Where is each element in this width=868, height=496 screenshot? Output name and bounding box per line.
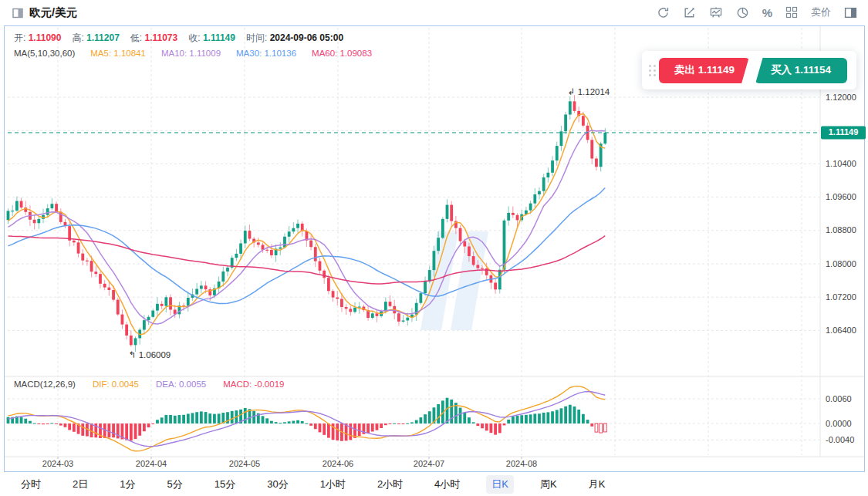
percent-icon[interactable]: % — [762, 6, 772, 19]
timeframe-tab-日K[interactable]: 日K — [486, 475, 514, 494]
low-label: 低: — [130, 32, 142, 43]
timeframe-tab-1小时[interactable]: 1小时 — [315, 475, 351, 494]
dea-value: DEA: 0.0055 — [156, 380, 206, 389]
high-value: 1.11207 — [86, 32, 120, 43]
timeframe-tab-周K[interactable]: 周K — [535, 475, 562, 494]
time-value: 2024-09-06 05:00 — [270, 32, 343, 43]
open-label: 开: — [14, 32, 25, 43]
macd-indicator-bar: MACD(12,26,9) DIF: 0.0045 DEA: 0.0055 MA… — [14, 380, 284, 389]
timeframe-tab-月K[interactable]: 月K — [583, 475, 611, 494]
close-label: 收: — [188, 32, 200, 43]
layout-grid-icon[interactable] — [785, 6, 798, 19]
pie-chart-icon[interactable] — [736, 6, 749, 19]
ohlc-info-bar: 开: 1.11090 高: 1.11207 低: 1.11073 收: 1.11… — [14, 32, 343, 45]
open-value: 1.11090 — [29, 32, 62, 43]
macd-value: MACD: -0.0019 — [223, 380, 284, 389]
refresh-icon[interactable] — [657, 6, 670, 19]
timeframe-bar: 分时2日1分5分15分30分1小时2小时4小时日K周K月K — [0, 473, 868, 496]
chart-panel — [4, 25, 865, 472]
page-title: 欧元/美元 — [29, 5, 77, 20]
title-bar: 欧元/美元 % 卖价 — [0, 0, 868, 25]
panel-toggle-icon[interactable] — [844, 6, 857, 19]
symbol-panel-icon — [12, 8, 23, 19]
macd-title: MACD(12,26,9) — [14, 380, 76, 389]
ma60-value: MA60: 1.09083 — [312, 49, 372, 58]
ma-indicator-bar: MA(5,10,30,60) MA5: 1.10841 MA10: 1.1100… — [14, 49, 372, 58]
timeframe-tab-2小时[interactable]: 2小时 — [372, 475, 408, 494]
low-value: 1.11073 — [145, 32, 178, 43]
ma-title: MA(5,10,30,60) — [14, 49, 75, 58]
timeframe-tab-4小时[interactable]: 4小时 — [429, 475, 465, 494]
timeframe-tab-1分[interactable]: 1分 — [114, 475, 140, 494]
timeframe-tab-分时[interactable]: 分时 — [15, 475, 46, 494]
indicator-board-icon[interactable] — [709, 6, 723, 19]
sell-price-toggle[interactable]: 卖价 — [811, 5, 831, 19]
time-label: 时间: — [246, 32, 267, 43]
high-label: 高: — [72, 32, 83, 43]
trade-quote-card: 卖出 1.11149 买入 1.11154 — [642, 51, 856, 89]
draw-tool-icon[interactable] — [683, 6, 696, 19]
drag-handle[interactable] — [647, 65, 657, 76]
timeframe-tab-15分[interactable]: 15分 — [209, 475, 241, 494]
toolbar: % 卖价 — [657, 0, 857, 25]
timeframe-tab-30分[interactable]: 30分 — [262, 475, 293, 494]
timeframe-tab-5分[interactable]: 5分 — [161, 475, 187, 494]
ma10-value: MA10: 1.11009 — [161, 49, 221, 58]
sell-button[interactable]: 卖出 1.11149 — [659, 58, 750, 83]
ma30-value: MA30: 1.10136 — [236, 49, 296, 58]
dif-value: DIF: 0.0045 — [93, 380, 139, 389]
symbol-title-group: 欧元/美元 — [12, 5, 77, 20]
close-value: 1.11149 — [203, 32, 235, 43]
ma5-value: MA5: 1.10841 — [90, 49, 146, 58]
timeframe-tab-2日[interactable]: 2日 — [67, 475, 93, 494]
buy-button[interactable]: 买入 1.11154 — [755, 58, 847, 83]
